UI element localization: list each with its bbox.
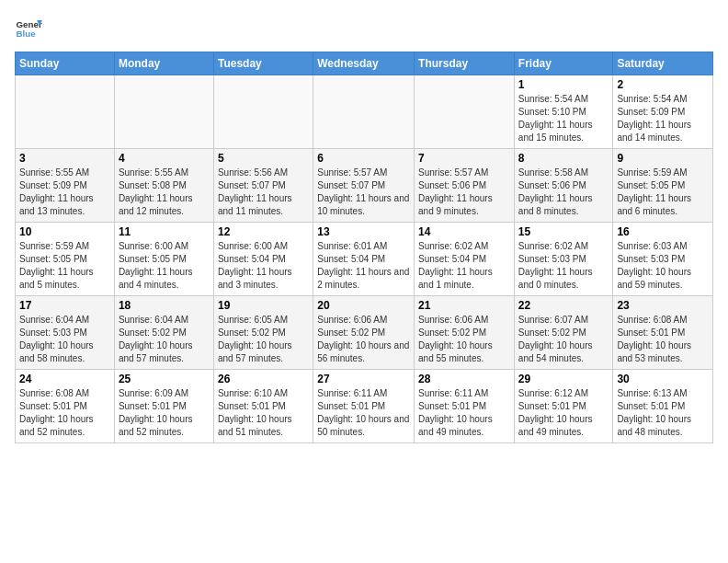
day-number: 12	[218, 225, 309, 238]
calendar-week-5: 24Sunrise: 6:08 AM Sunset: 5:01 PM Dayli…	[16, 370, 713, 443]
calendar-cell: 4Sunrise: 5:55 AM Sunset: 5:08 PM Daylig…	[114, 149, 213, 223]
calendar-cell: 18Sunrise: 6:04 AM Sunset: 5:02 PM Dayli…	[114, 296, 213, 370]
day-number: 4	[119, 152, 210, 165]
calendar-week-2: 3Sunrise: 5:55 AM Sunset: 5:09 PM Daylig…	[16, 149, 713, 223]
day-info: Sunrise: 6:08 AM Sunset: 5:01 PM Dayligh…	[617, 314, 709, 365]
day-info: Sunrise: 6:05 AM Sunset: 5:02 PM Dayligh…	[218, 314, 309, 365]
calendar-cell: 5Sunrise: 5:56 AM Sunset: 5:07 PM Daylig…	[213, 149, 313, 223]
calendar-cell: 15Sunrise: 6:02 AM Sunset: 5:03 PM Dayli…	[514, 223, 613, 296]
day-number: 3	[19, 152, 110, 165]
calendar-cell: 17Sunrise: 6:04 AM Sunset: 5:03 PM Dayli…	[16, 296, 115, 370]
calendar-cell: 6Sunrise: 5:57 AM Sunset: 5:07 PM Daylig…	[313, 149, 415, 223]
day-number: 2	[617, 78, 709, 91]
day-info: Sunrise: 5:59 AM Sunset: 5:05 PM Dayligh…	[19, 240, 110, 292]
day-number: 5	[218, 152, 309, 165]
day-info: Sunrise: 5:58 AM Sunset: 5:06 PM Dayligh…	[518, 167, 609, 218]
day-number: 7	[418, 152, 510, 165]
day-info: Sunrise: 5:57 AM Sunset: 5:07 PM Dayligh…	[317, 167, 410, 218]
day-number: 16	[617, 225, 709, 238]
day-number: 18	[119, 299, 210, 312]
day-info: Sunrise: 6:04 AM Sunset: 5:03 PM Dayligh…	[19, 314, 110, 365]
day-number: 11	[119, 225, 210, 238]
calendar-cell: 11Sunrise: 6:00 AM Sunset: 5:05 PM Dayli…	[114, 223, 213, 296]
day-number: 10	[19, 225, 110, 238]
day-info: Sunrise: 6:08 AM Sunset: 5:01 PM Dayligh…	[19, 387, 110, 439]
calendar-body: 1Sunrise: 5:54 AM Sunset: 5:10 PM Daylig…	[16, 75, 713, 443]
weekday-header-row: SundayMondayTuesdayWednesdayThursdayFrid…	[16, 52, 713, 75]
day-info: Sunrise: 6:11 AM Sunset: 5:01 PM Dayligh…	[317, 387, 410, 439]
weekday-header-wednesday: Wednesday	[313, 52, 415, 75]
day-number: 25	[119, 373, 210, 385]
calendar-cell: 13Sunrise: 6:01 AM Sunset: 5:04 PM Dayli…	[313, 223, 415, 296]
weekday-header-sunday: Sunday	[16, 52, 115, 75]
calendar-cell: 28Sunrise: 6:11 AM Sunset: 5:01 PM Dayli…	[415, 370, 515, 443]
day-number: 13	[317, 225, 410, 238]
day-number: 24	[19, 373, 110, 385]
calendar-cell: 3Sunrise: 5:55 AM Sunset: 5:09 PM Daylig…	[16, 149, 115, 223]
calendar-cell: 30Sunrise: 6:13 AM Sunset: 5:01 PM Dayli…	[613, 370, 713, 443]
calendar-cell: 26Sunrise: 6:10 AM Sunset: 5:01 PM Dayli…	[213, 370, 313, 443]
calendar-cell: 16Sunrise: 6:03 AM Sunset: 5:03 PM Dayli…	[613, 223, 713, 296]
calendar-cell: 12Sunrise: 6:00 AM Sunset: 5:04 PM Dayli…	[213, 223, 313, 296]
day-info: Sunrise: 6:04 AM Sunset: 5:02 PM Dayligh…	[119, 314, 210, 365]
day-number: 27	[317, 373, 410, 385]
day-info: Sunrise: 6:02 AM Sunset: 5:04 PM Dayligh…	[418, 240, 510, 292]
day-number: 17	[19, 299, 110, 312]
day-number: 22	[518, 299, 609, 312]
calendar-cell: 20Sunrise: 6:06 AM Sunset: 5:02 PM Dayli…	[313, 296, 415, 370]
day-number: 26	[218, 373, 309, 385]
day-number: 23	[617, 299, 709, 312]
day-number: 30	[617, 373, 709, 385]
day-info: Sunrise: 5:57 AM Sunset: 5:06 PM Dayligh…	[418, 167, 510, 218]
day-info: Sunrise: 6:00 AM Sunset: 5:05 PM Dayligh…	[119, 240, 210, 292]
calendar-cell	[313, 75, 415, 149]
day-info: Sunrise: 6:12 AM Sunset: 5:01 PM Dayligh…	[518, 387, 609, 439]
day-info: Sunrise: 6:06 AM Sunset: 5:02 PM Dayligh…	[418, 314, 510, 365]
day-info: Sunrise: 6:10 AM Sunset: 5:01 PM Dayligh…	[218, 387, 309, 439]
calendar-week-4: 17Sunrise: 6:04 AM Sunset: 5:03 PM Dayli…	[16, 296, 713, 370]
weekday-header-tuesday: Tuesday	[213, 52, 313, 75]
day-number: 28	[418, 373, 510, 385]
day-number: 21	[418, 299, 510, 312]
logo-icon: General Blue	[15, 15, 42, 42]
day-number: 19	[218, 299, 309, 312]
day-info: Sunrise: 6:02 AM Sunset: 5:03 PM Dayligh…	[518, 240, 609, 292]
calendar-week-1: 1Sunrise: 5:54 AM Sunset: 5:10 PM Daylig…	[16, 75, 713, 149]
calendar-cell: 23Sunrise: 6:08 AM Sunset: 5:01 PM Dayli…	[613, 296, 713, 370]
day-number: 20	[317, 299, 410, 312]
day-info: Sunrise: 6:00 AM Sunset: 5:04 PM Dayligh…	[218, 240, 309, 292]
svg-text:Blue: Blue	[17, 29, 37, 39]
day-info: Sunrise: 5:54 AM Sunset: 5:10 PM Dayligh…	[518, 93, 609, 144]
day-number: 8	[518, 152, 609, 165]
day-number: 9	[617, 152, 709, 165]
logo: General Blue	[15, 15, 42, 42]
day-info: Sunrise: 5:55 AM Sunset: 5:09 PM Dayligh…	[19, 167, 110, 218]
weekday-header-friday: Friday	[514, 52, 613, 75]
day-info: Sunrise: 6:06 AM Sunset: 5:02 PM Dayligh…	[317, 314, 410, 365]
day-number: 29	[518, 373, 609, 385]
calendar-week-3: 10Sunrise: 5:59 AM Sunset: 5:05 PM Dayli…	[16, 223, 713, 296]
day-info: Sunrise: 5:56 AM Sunset: 5:07 PM Dayligh…	[218, 167, 309, 218]
calendar-cell: 19Sunrise: 6:05 AM Sunset: 5:02 PM Dayli…	[213, 296, 313, 370]
calendar-cell: 21Sunrise: 6:06 AM Sunset: 5:02 PM Dayli…	[415, 296, 515, 370]
day-info: Sunrise: 5:59 AM Sunset: 5:05 PM Dayligh…	[617, 167, 709, 218]
day-info: Sunrise: 6:01 AM Sunset: 5:04 PM Dayligh…	[317, 240, 410, 292]
day-info: Sunrise: 5:55 AM Sunset: 5:08 PM Dayligh…	[119, 167, 210, 218]
calendar-cell: 29Sunrise: 6:12 AM Sunset: 5:01 PM Dayli…	[514, 370, 613, 443]
day-number: 6	[317, 152, 410, 165]
calendar-cell: 27Sunrise: 6:11 AM Sunset: 5:01 PM Dayli…	[313, 370, 415, 443]
calendar-cell: 25Sunrise: 6:09 AM Sunset: 5:01 PM Dayli…	[114, 370, 213, 443]
weekday-header-thursday: Thursday	[415, 52, 515, 75]
day-info: Sunrise: 6:13 AM Sunset: 5:01 PM Dayligh…	[617, 387, 709, 439]
calendar-cell: 1Sunrise: 5:54 AM Sunset: 5:10 PM Daylig…	[514, 75, 613, 149]
calendar-cell: 22Sunrise: 6:07 AM Sunset: 5:02 PM Dayli…	[514, 296, 613, 370]
day-info: Sunrise: 6:09 AM Sunset: 5:01 PM Dayligh…	[119, 387, 210, 439]
day-info: Sunrise: 5:54 AM Sunset: 5:09 PM Dayligh…	[617, 93, 709, 144]
calendar-cell: 7Sunrise: 5:57 AM Sunset: 5:06 PM Daylig…	[415, 149, 515, 223]
calendar-cell: 8Sunrise: 5:58 AM Sunset: 5:06 PM Daylig…	[514, 149, 613, 223]
calendar-cell	[415, 75, 515, 149]
calendar-cell: 10Sunrise: 5:59 AM Sunset: 5:05 PM Dayli…	[16, 223, 115, 296]
weekday-header-monday: Monday	[114, 52, 213, 75]
day-number: 1	[518, 78, 609, 91]
calendar-cell: 9Sunrise: 5:59 AM Sunset: 5:05 PM Daylig…	[613, 149, 713, 223]
